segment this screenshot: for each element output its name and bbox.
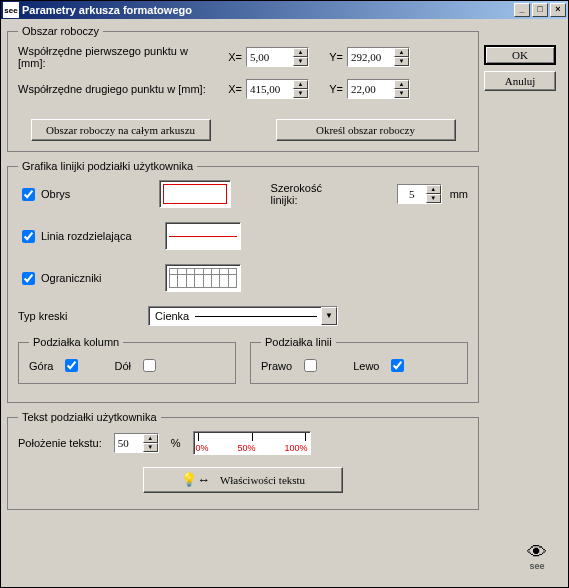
spin-up-icon[interactable]: ▲	[394, 80, 409, 89]
maximize-button[interactable]: □	[532, 3, 548, 17]
p1-label: Współrzędne pierwszego punktu w [mm]:	[18, 45, 218, 69]
prawo-label: Prawo	[261, 360, 292, 372]
mark-50: 50%	[238, 443, 256, 453]
ok-button[interactable]: OK	[484, 45, 556, 65]
y-label-1: Y=	[319, 51, 343, 63]
app-icon: see	[3, 2, 19, 18]
column-scale-legend: Podziałka kolumn	[29, 336, 123, 348]
line-width-field[interactable]: ▲▼	[397, 184, 442, 204]
mark-0: 0%	[196, 443, 209, 453]
spin-down-icon[interactable]: ▼	[293, 57, 308, 66]
ogran-checkbox[interactable]	[22, 272, 35, 285]
spin-up-icon[interactable]: ▲	[143, 434, 158, 443]
workarea-group: Obszar roboczy Współrzędne pierwszego pu…	[7, 25, 479, 152]
text-pos-preview: 0% 50% 100%	[193, 431, 311, 455]
scale-text-legend: Tekst podziałki użytkownika	[18, 411, 161, 423]
p1-x-field[interactable]: ▲▼	[246, 47, 309, 67]
titlebar: see Parametry arkusza formatowego _ □ ×	[1, 1, 568, 19]
linia-preview[interactable]	[165, 222, 241, 250]
spin-down-icon[interactable]: ▼	[426, 194, 441, 203]
obrys-checkbox[interactable]	[22, 188, 35, 201]
dol-label: Dół	[114, 360, 131, 372]
spin-down-icon[interactable]: ▼	[293, 89, 308, 98]
ogran-preview[interactable]	[165, 264, 241, 292]
spin-down-icon[interactable]: ▼	[394, 57, 409, 66]
mark-100: 100%	[285, 443, 308, 453]
dol-checkbox[interactable]	[143, 359, 156, 372]
spin-down-icon[interactable]: ▼	[394, 89, 409, 98]
x-label-1: X=	[218, 51, 242, 63]
line-width-label: Szerokość linijki:	[271, 182, 345, 206]
p2-y-field[interactable]: ▲▼	[347, 79, 410, 99]
y-label-2: Y=	[319, 83, 343, 95]
dash-type-label: Typ kreski	[18, 310, 148, 322]
gora-label: Góra	[29, 360, 53, 372]
text-properties-button[interactable]: 💡↔ Właściwości tekstu	[143, 467, 343, 493]
text-pos-input[interactable]	[115, 434, 143, 452]
dash-type-combo[interactable]: Cienka ▼	[148, 306, 338, 326]
spin-up-icon[interactable]: ▲	[426, 185, 441, 194]
obrys-label: Obrys	[41, 188, 155, 200]
text-properties-label: Właściwości tekstu	[220, 474, 305, 486]
cancel-button[interactable]: Anuluj	[484, 71, 556, 91]
workarea-define-button[interactable]: Określ obszar roboczy	[276, 119, 456, 141]
line-sample-icon	[195, 316, 317, 317]
gora-checkbox[interactable]	[65, 359, 78, 372]
logo-text: see	[518, 561, 556, 571]
ruler-graphics-group: Grafika linijki podziałki użytkownika Ob…	[7, 160, 479, 403]
workarea-whole-button[interactable]: Obszar roboczy na całym arkuszu	[31, 119, 211, 141]
lightbulb-icon: 💡↔	[181, 472, 210, 488]
line-width-unit: mm	[450, 188, 468, 200]
lewo-checkbox[interactable]	[391, 359, 404, 372]
window-title: Parametry arkusza formatowego	[22, 4, 514, 16]
p2-x-field[interactable]: ▲▼	[246, 79, 309, 99]
p2-y-input[interactable]	[348, 80, 394, 98]
spin-up-icon[interactable]: ▲	[293, 80, 308, 89]
p1-y-input[interactable]	[348, 48, 394, 66]
p2-label: Współrzędne drugiego punktu w [mm]:	[18, 83, 218, 95]
obrys-preview[interactable]	[159, 180, 231, 208]
spin-down-icon[interactable]: ▼	[143, 443, 158, 452]
x-label-2: X=	[218, 83, 242, 95]
lewo-label: Lewo	[353, 360, 379, 372]
workarea-legend: Obszar roboczy	[18, 25, 103, 37]
dash-type-value: Cienka	[149, 310, 195, 322]
ogran-label: Ograniczniki	[41, 272, 161, 284]
scale-text-group: Tekst podziałki użytkownika Położenie te…	[7, 411, 479, 510]
p1-x-input[interactable]	[247, 48, 293, 66]
dropdown-icon[interactable]: ▼	[321, 307, 337, 325]
p1-y-field[interactable]: ▲▼	[347, 47, 410, 67]
spin-up-icon[interactable]: ▲	[394, 48, 409, 57]
linia-label: Linia rozdzielająca	[41, 230, 161, 242]
text-pos-field[interactable]: ▲▼	[114, 433, 159, 453]
text-pos-label: Położenie tekstu:	[18, 437, 102, 449]
column-scale-group: Podziałka kolumn Góra Dół	[18, 336, 236, 384]
linia-checkbox[interactable]	[22, 230, 35, 243]
line-scale-legend: Podziałka linii	[261, 336, 336, 348]
prawo-checkbox[interactable]	[304, 359, 317, 372]
minimize-button[interactable]: _	[514, 3, 530, 17]
ruler-graphics-legend: Grafika linijki podziałki użytkownika	[18, 160, 197, 172]
spin-up-icon[interactable]: ▲	[293, 48, 308, 57]
eye-icon: 👁	[518, 543, 556, 561]
line-width-input[interactable]	[398, 185, 426, 203]
line-scale-group: Podziałka linii Prawo Lewo	[250, 336, 468, 384]
dialog-window: see Parametry arkusza formatowego _ □ × …	[0, 0, 569, 588]
p2-x-input[interactable]	[247, 80, 293, 98]
app-logo: 👁 see	[518, 543, 556, 577]
percent-label: %	[171, 437, 181, 449]
close-button[interactable]: ×	[550, 3, 566, 17]
